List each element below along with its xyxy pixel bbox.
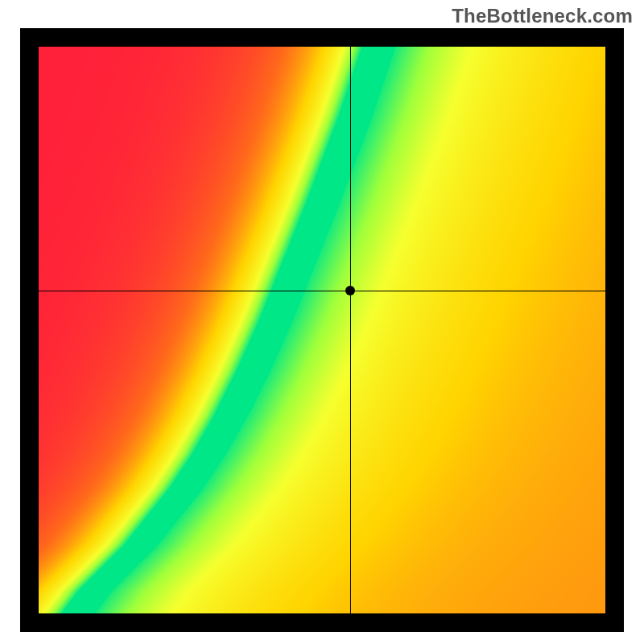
watermark-text: TheBottleneck.com (452, 5, 633, 27)
chart-outer-frame (20, 28, 624, 632)
selection-marker (345, 286, 355, 295)
crosshair-vertical (350, 47, 351, 613)
heatmap-canvas (39, 47, 605, 613)
crosshair-horizontal (39, 291, 605, 291)
chart-plot-area (39, 47, 605, 613)
